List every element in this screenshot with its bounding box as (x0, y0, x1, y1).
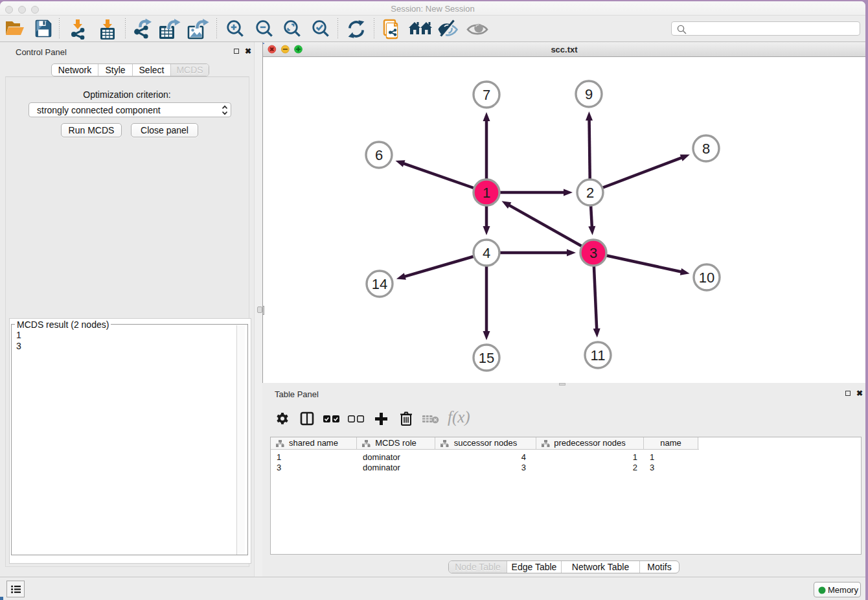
svg-text:7: 7 (483, 87, 490, 103)
svg-text:15: 15 (479, 350, 494, 366)
svg-text:10: 10 (699, 270, 714, 286)
svg-text:9: 9 (585, 86, 593, 102)
svg-text:3: 3 (589, 245, 597, 261)
svg-text:2: 2 (586, 185, 594, 201)
svg-text:14: 14 (372, 276, 387, 292)
svg-text:4: 4 (483, 245, 490, 261)
svg-text:6: 6 (375, 147, 383, 163)
svg-text:8: 8 (702, 141, 710, 157)
svg-text:1: 1 (483, 185, 490, 201)
svg-text:11: 11 (591, 347, 606, 363)
